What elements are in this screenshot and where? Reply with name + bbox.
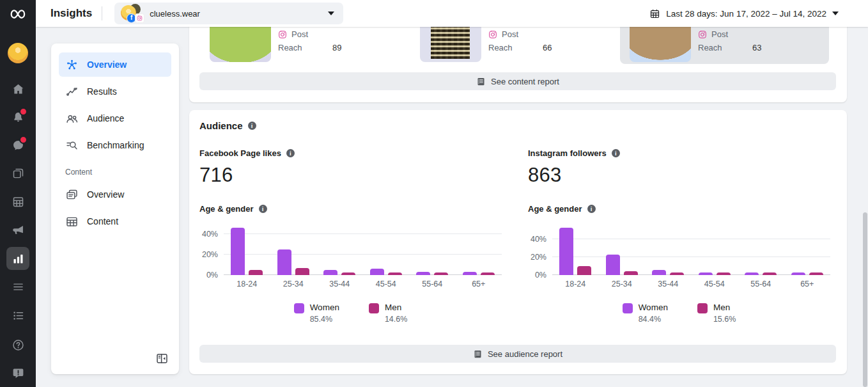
age-gender-bar-chart: 0%20%40%18-2425-3435-4445-5455-6465+Wome… bbox=[199, 224, 502, 324]
y-axis-labels: 0%20%40% bbox=[199, 224, 224, 275]
bar-group-35-44 bbox=[323, 270, 355, 275]
topbar: Insights clueless.wear Last 28 days: Jun… bbox=[36, 0, 868, 27]
notification-badge bbox=[19, 136, 27, 144]
collapse-sidebar-icon[interactable] bbox=[155, 352, 169, 365]
reach-label: Reach bbox=[698, 43, 722, 52]
date-range-label: Last 28 days: Jun 17, 2022 – Jul 14, 202… bbox=[666, 9, 826, 19]
account-selector[interactable]: clueless.wear bbox=[114, 3, 343, 24]
messages-icon[interactable] bbox=[6, 134, 29, 157]
sidebar-item-audience[interactable]: Audience bbox=[59, 106, 171, 130]
content-table-icon bbox=[65, 215, 79, 228]
legend-share-value: 85.4% bbox=[310, 315, 339, 324]
info-icon[interactable] bbox=[248, 122, 256, 130]
scrollbar-thumb[interactable] bbox=[863, 212, 867, 387]
post-type-row: Post bbox=[698, 29, 728, 39]
bar-men-65+ bbox=[481, 272, 495, 275]
account-name: clueless.wear bbox=[150, 9, 328, 19]
reach-value: 63 bbox=[752, 43, 761, 52]
bar-men-25-34 bbox=[295, 268, 309, 275]
legend-label: Men bbox=[713, 303, 736, 312]
insights-icon[interactable] bbox=[6, 247, 29, 270]
sidebar-item-content[interactable]: Content bbox=[59, 209, 171, 233]
home-icon[interactable] bbox=[6, 77, 29, 100]
bar-group-35-44 bbox=[652, 270, 684, 275]
notification-badge bbox=[19, 107, 27, 116]
sidebar-item-results[interactable]: Results bbox=[59, 79, 171, 104]
bar-women-18-24 bbox=[559, 228, 573, 275]
insights-sidebar: OverviewResultsAudienceBenchmarking Cont… bbox=[51, 43, 179, 374]
instagram-icon bbox=[135, 13, 144, 23]
meta-logo[interactable] bbox=[0, 4, 36, 24]
info-icon[interactable] bbox=[587, 205, 596, 213]
age-gender-bar-chart: 0%20%40%18-2425-3435-4445-5455-6465+Wome… bbox=[528, 224, 830, 324]
facebook-audience-column: Facebook Page likes 716 Age & gender 0%2… bbox=[199, 148, 502, 324]
sidebar-item-label: Results bbox=[87, 86, 117, 97]
legend-item-men: Men14.6% bbox=[369, 303, 407, 324]
x-tick-label: 35-44 bbox=[645, 280, 692, 288]
tasks-icon[interactable] bbox=[6, 304, 29, 327]
notifications-icon[interactable] bbox=[6, 106, 29, 129]
more-tools-icon[interactable] bbox=[6, 275, 29, 298]
bar-men-25-34 bbox=[624, 271, 638, 275]
bar-men-18-24 bbox=[577, 266, 591, 275]
x-tick-label: 55-64 bbox=[409, 280, 456, 288]
bar-group-65+ bbox=[791, 272, 823, 275]
bar-women-35-44 bbox=[652, 270, 666, 275]
x-tick-label: 18-24 bbox=[552, 280, 599, 288]
x-tick-label: 35-44 bbox=[316, 280, 363, 288]
y-tick-label: 0% bbox=[206, 271, 218, 280]
bar-men-35-44 bbox=[670, 272, 684, 275]
profile-avatar[interactable] bbox=[8, 43, 28, 63]
bar-men-55-64 bbox=[763, 272, 777, 275]
posts-icon[interactable] bbox=[6, 162, 29, 185]
bar-women-45-54 bbox=[370, 269, 384, 275]
y-tick-label: 0% bbox=[535, 271, 546, 280]
chevron-down-icon bbox=[832, 12, 839, 15]
facebook-age-gender-chart: 0%20%40%18-2425-3435-4445-5455-6465+Wome… bbox=[199, 224, 502, 324]
y-tick-label: 40% bbox=[202, 230, 218, 239]
bar-women-25-34 bbox=[277, 249, 291, 275]
x-tick-label: 18-24 bbox=[224, 280, 270, 288]
legend-share-value: 14.6% bbox=[385, 315, 407, 324]
y-axis-labels: 0%20%40% bbox=[528, 224, 552, 275]
sidebar-item-label: Content bbox=[87, 216, 118, 226]
age-gender-label: Age & gender bbox=[199, 204, 502, 214]
planner-icon[interactable] bbox=[6, 190, 29, 213]
legend-swatch bbox=[369, 303, 379, 313]
legend-swatch bbox=[294, 303, 304, 313]
report-icon bbox=[476, 77, 486, 86]
bar-group-25-34 bbox=[606, 255, 638, 275]
bar-men-45-54 bbox=[717, 272, 731, 275]
bar-group-45-54 bbox=[699, 272, 731, 275]
sidebar-item-label: Overview bbox=[87, 59, 127, 70]
ads-icon[interactable] bbox=[6, 218, 29, 241]
info-icon[interactable] bbox=[259, 205, 267, 213]
legend-item-women: Women84.4% bbox=[623, 303, 668, 324]
sidebar-item-benchmarking[interactable]: Benchmarking bbox=[59, 133, 171, 157]
date-range-selector[interactable]: Last 28 days: Jun 17, 2022 – Jul 14, 202… bbox=[649, 8, 839, 19]
feedback-icon[interactable] bbox=[6, 361, 29, 384]
bar-group-65+ bbox=[463, 272, 495, 275]
x-tick-label: 65+ bbox=[456, 280, 502, 288]
bar-group-55-64 bbox=[416, 272, 448, 275]
legend-label: Men bbox=[385, 303, 407, 312]
info-icon[interactable] bbox=[286, 149, 295, 157]
instagram-followers-value: 863 bbox=[528, 164, 830, 187]
y-tick-label: 20% bbox=[531, 253, 546, 262]
see-content-report-button[interactable]: See content report bbox=[199, 72, 836, 90]
legend-swatch bbox=[697, 303, 708, 313]
post-type-label: Post bbox=[711, 29, 728, 39]
legend-item-men: Men15.6% bbox=[697, 303, 736, 324]
see-audience-report-button[interactable]: See audience report bbox=[199, 345, 836, 363]
sidebar-item-overview[interactable]: Overview bbox=[59, 182, 171, 207]
help-icon[interactable] bbox=[6, 333, 29, 356]
info-icon[interactable] bbox=[612, 149, 620, 157]
post-type-label: Post bbox=[291, 29, 308, 39]
y-tick-label: 40% bbox=[531, 235, 546, 244]
bar-women-65+ bbox=[791, 272, 805, 275]
instagram-followers-label: Instagram followers bbox=[528, 148, 830, 158]
chart-plot-area bbox=[552, 224, 830, 275]
audience-section-title: Audience bbox=[199, 120, 256, 131]
audience-panel: Audience Facebook Page likes 716 Age & g… bbox=[189, 110, 847, 374]
sidebar-item-overview[interactable]: Overview bbox=[59, 52, 171, 77]
